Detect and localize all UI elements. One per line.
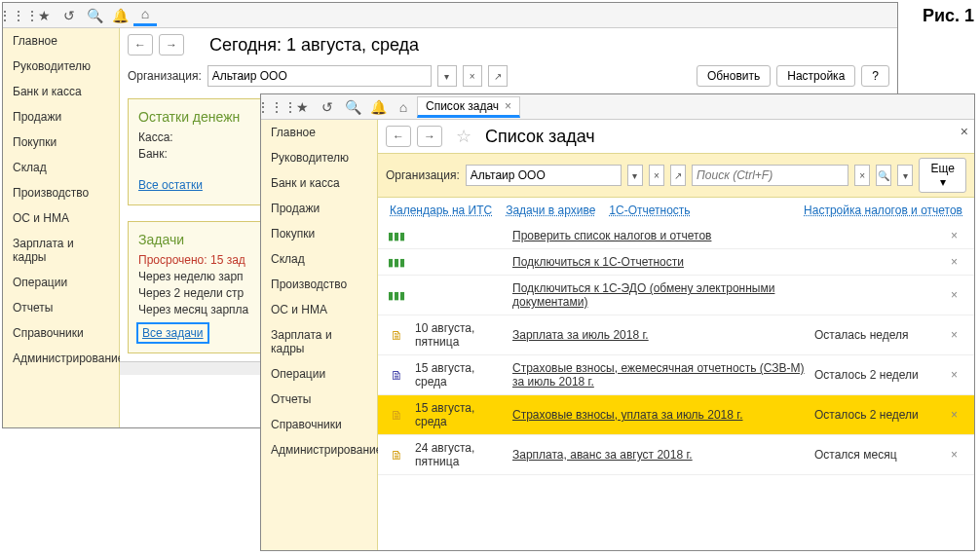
- sidebar-item[interactable]: Руководителю: [261, 145, 377, 170]
- org-input[interactable]: [466, 165, 622, 186]
- tab-tasklist[interactable]: Список задач ×: [417, 96, 520, 118]
- task-row[interactable]: ▮▮▮Подключиться к 1С-ЭДО (обмену электро…: [378, 276, 974, 315]
- sidebar-item[interactable]: Продажи: [261, 196, 377, 221]
- sidebar-item[interactable]: Покупки: [3, 130, 119, 155]
- archive-link[interactable]: Задачи в архиве: [506, 204, 595, 217]
- open-icon[interactable]: ↗: [488, 65, 508, 87]
- task-date: 24 августа, пятница: [415, 441, 503, 468]
- sidebar-item[interactable]: Производство: [3, 180, 119, 205]
- dismiss-icon[interactable]: ×: [951, 368, 964, 382]
- sidebar: Главное Руководителю Банк и касса Продаж…: [3, 28, 120, 427]
- settings-button[interactable]: Настройка: [776, 65, 855, 87]
- 1c-report-link[interactable]: 1С-Отчетность: [609, 204, 690, 217]
- tax-settings-link[interactable]: Настройка налогов и отчетов: [804, 204, 962, 217]
- dismiss-icon[interactable]: ×: [951, 255, 964, 269]
- task-link[interactable]: Подключиться к 1С-ЭДО (обмену электронны…: [512, 281, 805, 309]
- home-icon[interactable]: ⌂: [392, 96, 415, 118]
- chevron-down-icon: ▾: [940, 175, 946, 189]
- task-row[interactable]: 🗎15 августа, средаСтраховые взносы, ежем…: [378, 355, 974, 395]
- calendar-link[interactable]: Календарь на ИТС: [390, 204, 492, 217]
- grid-icon[interactable]: ⋮⋮⋮: [7, 5, 30, 26]
- sidebar-item[interactable]: Склад: [261, 246, 377, 272]
- dismiss-icon[interactable]: ×: [951, 408, 964, 422]
- sidebar-item[interactable]: Банк и касса: [261, 170, 377, 196]
- grid-icon[interactable]: ⋮⋮⋮: [265, 96, 288, 118]
- task-link[interactable]: Страховые взносы, уплата за июль 2018 г.: [512, 408, 805, 422]
- sidebar-item[interactable]: Главное: [261, 120, 377, 145]
- task-type-icon: 🗎: [388, 448, 405, 463]
- sidebar-item[interactable]: Справочники: [3, 320, 119, 346]
- task-date: 15 августа, среда: [415, 361, 503, 389]
- dismiss-icon[interactable]: ×: [951, 229, 964, 242]
- dismiss-icon[interactable]: ×: [951, 288, 964, 302]
- sidebar-item[interactable]: Продажи: [3, 104, 119, 130]
- sidebar-item[interactable]: Зарплата и кадры: [261, 322, 377, 361]
- dismiss-icon[interactable]: ×: [951, 328, 964, 342]
- star-icon[interactable]: ★: [32, 5, 56, 26]
- sidebar-item[interactable]: Зарплата и кадры: [3, 231, 119, 270]
- refresh-button[interactable]: Обновить: [697, 65, 771, 87]
- org-input[interactable]: [207, 65, 432, 87]
- history-icon[interactable]: ↺: [57, 5, 81, 26]
- task-row[interactable]: 🗎15 августа, средаСтраховые взносы, упла…: [378, 395, 974, 435]
- figure-label: Рис. 1: [923, 6, 974, 26]
- back-button[interactable]: ←: [128, 34, 153, 56]
- forward-button[interactable]: →: [159, 34, 184, 56]
- favorite-star-icon[interactable]: ☆: [456, 126, 471, 147]
- sidebar-item[interactable]: Руководителю: [3, 54, 119, 79]
- dismiss-icon[interactable]: ×: [951, 448, 964, 462]
- task-link[interactable]: Зарплата за июль 2018 г.: [512, 328, 805, 342]
- search-dropdown-icon[interactable]: ▾: [897, 165, 913, 186]
- task-link[interactable]: Страховые взносы, ежемесячная отчетность…: [512, 361, 805, 389]
- back-button[interactable]: ←: [386, 126, 411, 147]
- sidebar-item[interactable]: Отчеты: [3, 295, 119, 320]
- sidebar-item[interactable]: Банк и касса: [3, 79, 119, 104]
- task-row[interactable]: 🗎24 августа, пятницаЗарплата, аванс за а…: [378, 435, 974, 475]
- dropdown-icon[interactable]: ▾: [437, 65, 457, 87]
- task-row[interactable]: ▮▮▮Проверить список налогов и отчетов×: [378, 223, 974, 249]
- task-type-icon: ▮▮▮: [388, 255, 405, 269]
- sidebar-item[interactable]: Покупки: [261, 221, 377, 246]
- sidebar-item[interactable]: Склад: [3, 155, 119, 180]
- sidebar-item[interactable]: Операции: [261, 361, 377, 387]
- help-button[interactable]: ?: [861, 65, 889, 87]
- task-row[interactable]: 🗎10 августа, пятницаЗарплата за июль 201…: [378, 315, 974, 355]
- sidebar-item[interactable]: Администрирование: [261, 437, 377, 463]
- clear-search-icon[interactable]: ×: [854, 165, 870, 186]
- sidebar-item[interactable]: Администрирование: [3, 346, 119, 371]
- page-title: Список задач: [485, 127, 595, 147]
- home-icon[interactable]: ⌂: [133, 5, 157, 26]
- star-icon[interactable]: ★: [290, 96, 314, 118]
- search-icon[interactable]: 🔍: [341, 96, 364, 118]
- bell-icon[interactable]: 🔔: [366, 96, 390, 118]
- sidebar-item[interactable]: ОС и НМА: [3, 205, 119, 231]
- task-link[interactable]: Подключиться к 1С-Отчетности: [512, 255, 805, 269]
- close-window-icon[interactable]: ×: [961, 124, 968, 139]
- magnify-icon[interactable]: 🔍: [876, 165, 891, 186]
- task-link[interactable]: Зарплата, аванс за август 2018 г.: [512, 448, 805, 462]
- dropdown-icon[interactable]: ▾: [627, 165, 643, 186]
- history-icon[interactable]: ↺: [316, 96, 339, 118]
- close-icon[interactable]: ×: [505, 99, 511, 113]
- task-type-icon: ▮▮▮: [388, 229, 405, 242]
- sidebar-item[interactable]: Операции: [3, 270, 119, 295]
- task-link[interactable]: Проверить список налогов и отчетов: [512, 229, 805, 242]
- all-balances-link[interactable]: Все остатки: [138, 178, 203, 192]
- search-icon[interactable]: 🔍: [83, 5, 106, 26]
- all-tasks-link[interactable]: Все задачи: [138, 324, 207, 342]
- sidebar-item[interactable]: Производство: [261, 272, 377, 297]
- forward-button[interactable]: →: [417, 126, 442, 147]
- sidebar-item[interactable]: ОС и НМА: [261, 297, 377, 322]
- clear-icon[interactable]: ×: [649, 165, 664, 186]
- sidebar-item[interactable]: Справочники: [261, 412, 377, 437]
- task-type-icon: 🗎: [388, 368, 405, 383]
- more-button[interactable]: Еще ▾: [919, 158, 966, 193]
- open-icon[interactable]: ↗: [670, 165, 686, 186]
- search-input[interactable]: [692, 165, 848, 186]
- bell-icon[interactable]: 🔔: [108, 5, 132, 26]
- sidebar-item[interactable]: Отчеты: [261, 387, 377, 412]
- task-list: ▮▮▮Проверить список налогов и отчетов×▮▮…: [378, 223, 974, 550]
- task-row[interactable]: ▮▮▮Подключиться к 1С-Отчетности×: [378, 249, 974, 276]
- clear-icon[interactable]: ×: [463, 65, 482, 87]
- sidebar-item[interactable]: Главное: [3, 28, 119, 54]
